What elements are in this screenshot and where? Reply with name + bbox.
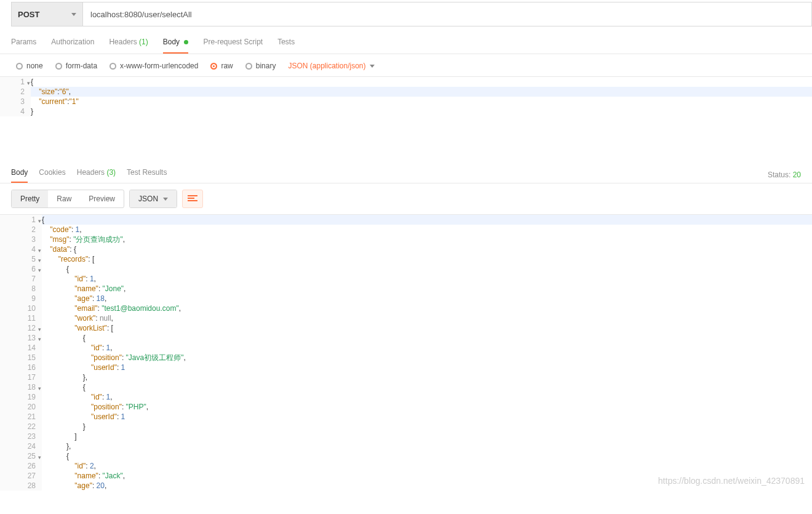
radio-dot-icon (210, 63, 217, 70)
line-number: 5▾ (0, 254, 42, 264)
http-method-select[interactable]: POST (12, 2, 83, 26)
line-number: 14 (0, 343, 42, 353)
line-number: 3 (0, 235, 42, 244)
line-number: 7 (0, 274, 42, 284)
format-select[interactable]: JSON (129, 190, 177, 208)
response-view-toolbar: Pretty Raw Preview JSON (0, 183, 812, 214)
response-tab-test-results[interactable]: Test Results (127, 168, 167, 183)
radio-dot-icon (16, 63, 23, 70)
body-modified-dot-icon (184, 40, 188, 44)
url-value: localhost:8080/user/selectAll (90, 10, 192, 19)
line-number: 1▾ (0, 77, 31, 87)
request-tabs: Params Authorization Headers (1) Body Pr… (0, 26, 812, 54)
tab-headers[interactable]: Headers (1) (109, 38, 148, 54)
status-line: Status: 20 (768, 171, 801, 183)
chevron-down-icon (370, 65, 375, 68)
tab-authorization[interactable]: Authorization (51, 38, 94, 54)
line-number: 6▾ (0, 264, 42, 274)
tab-headers-label: Headers (109, 38, 137, 46)
line-number: 20 (0, 402, 42, 412)
tab-body-label: Body (163, 38, 180, 46)
line-number: 22 (0, 422, 42, 432)
response-tab-headers-label: Headers (77, 168, 105, 177)
url-input[interactable]: localhost:8080/user/selectAll (83, 2, 811, 26)
line-number: 8 (0, 284, 42, 294)
wrap-lines-button[interactable] (182, 190, 203, 208)
tab-prerequest[interactable]: Pre-request Script (203, 38, 263, 54)
content-type-value: JSON (application/json) (288, 62, 365, 70)
line-number: 13▾ (0, 333, 42, 343)
response-header: Body Cookies Headers (3) Test Results St… (0, 166, 812, 183)
tab-params[interactable]: Params (11, 38, 36, 54)
line-number: 23 (0, 432, 42, 441)
radio-xwww[interactable]: x-www-form-urlencoded (109, 62, 198, 70)
chevron-down-icon (163, 198, 168, 201)
request-body-editor[interactable]: 1▾{ 2 "size":"6", 3 "current":"1" 4} (0, 76, 812, 166)
radio-form-data[interactable]: form-data (55, 62, 97, 70)
radio-dot-icon (109, 63, 116, 70)
line-number: 28 (0, 481, 42, 491)
line-number: 2 (0, 87, 31, 97)
line-number: 2 (0, 225, 42, 235)
line-number: 15 (0, 353, 42, 363)
line-number: 25▾ (0, 451, 42, 461)
line-number: 21 (0, 412, 42, 422)
radio-dot-icon (55, 63, 62, 70)
response-tab-body[interactable]: Body (11, 168, 28, 183)
view-pretty-button[interactable]: Pretty (12, 190, 48, 207)
radio-binary[interactable]: binary (245, 62, 276, 70)
response-body-editor[interactable]: 1▾{ 2 "code": 1, 3 "msg": "分页查询成功", 4▾ "… (0, 214, 812, 491)
radio-dot-icon (245, 63, 252, 70)
line-number: 17 (0, 372, 42, 382)
radio-raw[interactable]: raw (210, 62, 233, 70)
line-number: 1▾ (0, 215, 42, 225)
line-number: 12▾ (0, 323, 42, 333)
view-mode-group: Pretty Raw Preview (11, 190, 124, 208)
line-number: 19 (0, 392, 42, 402)
line-number: 4 (0, 106, 31, 116)
line-number: 16 (0, 363, 42, 372)
response-tabs: Body Cookies Headers (3) Test Results (11, 168, 167, 183)
view-preview-button[interactable]: Preview (80, 190, 124, 207)
line-number: 11 (0, 313, 42, 323)
line-number: 4▾ (0, 244, 42, 254)
tab-body[interactable]: Body (163, 38, 189, 54)
line-number: 27 (0, 471, 42, 481)
http-method-value: POST (18, 10, 39, 19)
tab-tests[interactable]: Tests (277, 38, 295, 54)
view-raw-button[interactable]: Raw (48, 190, 80, 207)
status-code: 20 (793, 171, 801, 179)
body-type-selector: none form-data x-www-form-urlencoded raw… (0, 54, 812, 76)
line-number: 26 (0, 461, 42, 471)
format-value: JSON (138, 195, 158, 203)
line-number: 24 (0, 441, 42, 451)
response-tab-headers[interactable]: Headers (3) (77, 168, 116, 183)
line-number: 10 (0, 303, 42, 313)
request-url-bar: POST localhost:8080/user/selectAll (11, 2, 812, 26)
response-tab-cookies[interactable]: Cookies (39, 168, 65, 183)
wrap-lines-icon (188, 195, 197, 203)
response-tab-headers-count: (3) (106, 168, 116, 177)
line-number: 9 (0, 294, 42, 303)
chevron-down-icon (71, 13, 76, 16)
status-label: Status: (768, 171, 790, 179)
line-number: 3 (0, 97, 31, 106)
tab-headers-count: (1) (139, 38, 148, 46)
content-type-select[interactable]: JSON (application/json) (288, 62, 374, 70)
radio-none[interactable]: none (16, 62, 43, 70)
line-number: 18▾ (0, 382, 42, 392)
